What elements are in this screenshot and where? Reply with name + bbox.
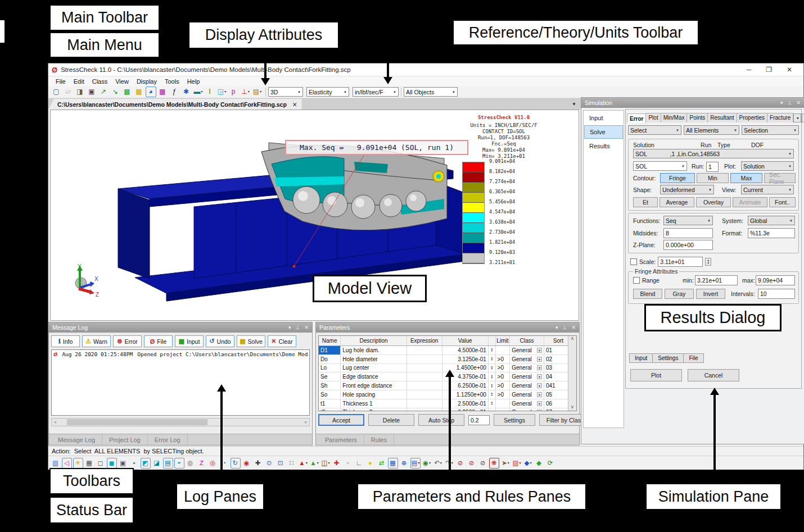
- param-class-combo[interactable]: General▾: [510, 399, 544, 408]
- minimize-button[interactable]: ─: [747, 66, 752, 74]
- elements-combo[interactable]: All Elements▼: [684, 125, 739, 135]
- log-tab[interactable]: Message Log: [51, 434, 102, 445]
- dialog-tab[interactable]: Input: [629, 353, 653, 363]
- shape-combo[interactable]: Undeformed▼: [660, 185, 714, 194]
- parameter-row[interactable]: D1 Lug hole diam. 4.5000e-01 ▲▼ General▾…: [319, 346, 576, 355]
- param-description[interactable]: Edge distance: [341, 372, 407, 381]
- param-expression[interactable]: [407, 399, 442, 408]
- param-class-combo[interactable]: General▾: [510, 408, 544, 411]
- scroll-right-icon[interactable]: >: [302, 420, 309, 425]
- settings-button[interactable]: Settings: [494, 414, 535, 426]
- toolbar-icon[interactable]: ▱: [63, 87, 74, 97]
- param-value[interactable]: 3.1250e-01: [442, 355, 489, 363]
- toolbar-icon[interactable]: ◁: [62, 458, 72, 469]
- param-name[interactable]: Do: [319, 355, 341, 363]
- toolbar-icon[interactable]: ◪: [152, 458, 162, 469]
- log-entry[interactable]: Ø Aug 26 2020 01:25:48PM Opened project …: [52, 350, 309, 358]
- value-spinner[interactable]: ▲▼: [489, 390, 496, 399]
- overlay-button[interactable]: Overlay: [696, 197, 731, 207]
- results-tab[interactable]: Points: [686, 113, 708, 122]
- toolbar-icon[interactable]: ↻: [231, 458, 241, 469]
- sol-combo[interactable]: SOL▼: [633, 161, 687, 171]
- toolbar-icon[interactable]: ✱: [181, 87, 192, 97]
- value-spinner[interactable]: ▲▼: [489, 408, 496, 411]
- param-expression[interactable]: [407, 390, 442, 399]
- param-expression[interactable]: [407, 346, 442, 354]
- pane-collapse-icon[interactable]: ▾: [288, 325, 291, 330]
- gray-button[interactable]: Gray: [665, 289, 694, 299]
- param-class-combo[interactable]: General▾: [510, 390, 544, 399]
- log-horizontal-scrollbar[interactable]: < >: [51, 418, 310, 426]
- toolbar-icon[interactable]: ◓: [174, 458, 184, 469]
- step-value-input[interactable]: 0.2: [468, 415, 490, 425]
- toolbar-icon[interactable]: Z: [197, 458, 207, 469]
- toolbar-icon[interactable]: ➤▾: [500, 458, 511, 469]
- selection-combo[interactable]: Selection▼: [742, 125, 799, 135]
- min-button[interactable]: Min: [697, 173, 729, 183]
- toolbar-icon[interactable]: ▥: [51, 458, 61, 469]
- param-name[interactable]: t2: [319, 408, 341, 411]
- units-combo[interactable]: in/lbf/sec/F▼: [353, 87, 399, 97]
- fringe-max-input[interactable]: 9.09e+04: [756, 275, 795, 285]
- param-description[interactable]: Front edge distance: [341, 381, 407, 390]
- toolbar-icon[interactable]: ▤: [163, 458, 173, 469]
- menu-item[interactable]: Edit: [70, 78, 88, 85]
- pane-close-icon[interactable]: ✕: [796, 100, 801, 106]
- results-tab[interactable]: Properties: [737, 113, 768, 122]
- toolbar-icon[interactable]: ⊘: [467, 458, 477, 469]
- toolbar-icon[interactable]: ⊕: [399, 458, 409, 469]
- scale-spinner[interactable]: ▲▼: [705, 258, 711, 266]
- pane-collapse-icon[interactable]: ▾: [555, 325, 558, 330]
- log-filter-button[interactable]: ℹ Info: [51, 335, 80, 347]
- param-description[interactable]: Lug hole diam.: [341, 346, 407, 354]
- toolbar-icon[interactable]: ƒ: [169, 87, 180, 97]
- parameters-tab[interactable]: Parameters: [318, 434, 364, 445]
- toolbar-icon[interactable]: ▤▾: [252, 87, 263, 97]
- toolbar-icon[interactable]: ▦: [84, 458, 94, 469]
- param-class-combo[interactable]: General▾: [510, 381, 544, 390]
- param-expression[interactable]: [407, 355, 442, 363]
- select-combo[interactable]: Select▼: [628, 125, 681, 135]
- results-tab[interactable]: Error: [627, 113, 646, 123]
- pane-pin-icon[interactable]: ⊥: [296, 325, 300, 330]
- parameter-row[interactable]: t2 Thickness 2 6.2500e-01 ▲▼ General▾ 07: [319, 408, 576, 411]
- results-tab[interactable]: Fracture: [767, 113, 793, 122]
- log-filter-button[interactable]: ▩ Solve: [237, 335, 265, 347]
- toolbar-icon[interactable]: ▨▾: [512, 458, 522, 469]
- plot-button[interactable]: Plot: [630, 369, 682, 381]
- scroll-left-icon[interactable]: <: [52, 420, 59, 425]
- param-description[interactable]: Lug center: [341, 364, 407, 372]
- param-class-combo[interactable]: General▾: [510, 346, 544, 354]
- param-class-combo[interactable]: General▾: [510, 355, 544, 363]
- param-class-combo[interactable]: General▾: [510, 372, 544, 381]
- toolbar-icon[interactable]: ◆▾: [523, 458, 533, 469]
- toolbar-icon[interactable]: ◲▾: [216, 87, 227, 97]
- param-name[interactable]: D1: [319, 346, 341, 354]
- toolbar-icon[interactable]: ↗: [98, 87, 109, 97]
- zplane-input[interactable]: 0.000e+00: [663, 240, 713, 250]
- run-input[interactable]: 1: [706, 162, 719, 172]
- objects-combo[interactable]: All Objects▼: [404, 87, 458, 97]
- param-name[interactable]: Sh: [319, 381, 341, 390]
- font-button[interactable]: Font..: [769, 197, 796, 207]
- log-filter-button[interactable]: ▩ Input: [175, 335, 204, 347]
- toolbar-icon[interactable]: ❋: [489, 458, 499, 469]
- toolbar-icon[interactable]: ▲▾: [309, 458, 319, 469]
- value-spinner[interactable]: ▲▼: [489, 346, 496, 354]
- results-tab[interactable]: Resultant: [707, 113, 737, 122]
- range-checkbox[interactable]: [633, 277, 640, 284]
- param-class-combo[interactable]: General▾: [510, 364, 544, 372]
- log-tab[interactable]: Error Log: [148, 434, 188, 445]
- toolbar-icon[interactable]: p: [228, 87, 239, 97]
- param-expression[interactable]: [407, 408, 442, 411]
- pane-close-icon[interactable]: ✕: [571, 325, 576, 330]
- menu-item[interactable]: View: [111, 78, 133, 85]
- toolbar-icon[interactable]: ↶▾: [433, 458, 443, 469]
- log-filter-button[interactable]: Ø File: [144, 335, 173, 347]
- cancel-button[interactable]: Cancel: [688, 369, 739, 381]
- param-expression[interactable]: [407, 372, 442, 381]
- toolbar-icon[interactable]: ◕: [146, 87, 156, 97]
- accept-button[interactable]: Accept: [318, 414, 364, 426]
- toolbar-icon[interactable]: •: [129, 458, 139, 469]
- toolbar-icon[interactable]: ⊡: [275, 458, 286, 469]
